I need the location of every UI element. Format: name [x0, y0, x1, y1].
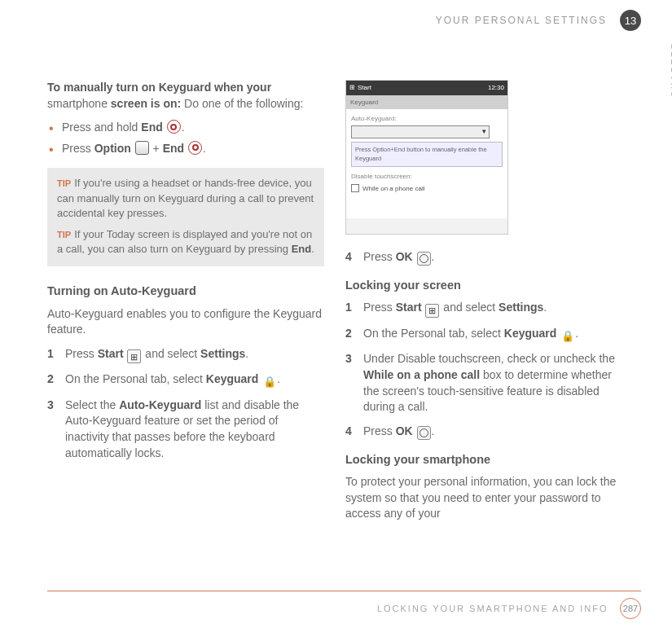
l2c: . — [575, 327, 578, 340]
start-flag-icon: ⊞ — [127, 349, 141, 363]
s1d: Settings — [200, 347, 245, 360]
tip-2a: If your Today screen is displayed and yo… — [57, 228, 312, 255]
s2b: Keyguard — [206, 372, 259, 385]
page-header: YOUR PERSONAL SETTINGS 13 — [47, 15, 641, 39]
page-number: 287 — [620, 598, 641, 619]
s4b: OK — [396, 250, 413, 263]
s1e: . — [245, 347, 248, 360]
lock-icon: 🔒 — [560, 329, 574, 343]
subhead-auto-keyguard: Turning on Auto-Keyguard — [47, 283, 324, 299]
b1-a: Press and hold — [62, 121, 141, 134]
tip-1-text: If you're using a headset or hands-free … — [57, 177, 314, 218]
right-column: ⊞Start 12:30 Keyguard Auto-Keyguard: Pre… — [345, 80, 622, 530]
lstep-3: 3 Under Disable touchscreen, check or un… — [345, 351, 622, 415]
keyguard-screenshot: ⊞Start 12:30 Keyguard Auto-Keyguard: Pre… — [345, 80, 508, 235]
s2a: On the Personal tab, select — [65, 372, 206, 385]
intro-text-1: smartphone — [47, 97, 111, 110]
subhead-locking-screen: Locking your screen — [345, 277, 622, 293]
locking-smartphone-desc: To protect your personal information, yo… — [345, 474, 622, 522]
intro-paragraph: To manually turn on Keyguard when your s… — [47, 80, 324, 112]
shot-autokg-dropdown — [351, 125, 490, 138]
start-flag-icon: ⊞ — [425, 304, 439, 318]
l3b: While on a phone call — [363, 368, 480, 381]
shot-time: 12:30 — [488, 83, 504, 92]
shot-autokg-label: Auto-Keyguard: — [351, 114, 503, 123]
s1a: Press — [65, 347, 98, 360]
steps-auto-keyguard: 1 Press Start ⊞ and select Settings. 2 O… — [47, 346, 324, 461]
b2-b: Option — [94, 142, 131, 155]
b1-c: . — [182, 121, 185, 134]
s2c: . — [277, 372, 280, 385]
steps-locking-screen: 1 Press Start ⊞ and select Settings. 2 O… — [345, 300, 622, 439]
l1e: . — [543, 301, 547, 314]
b2-a: Press — [62, 142, 94, 155]
lstep-1: 1 Press Start ⊞ and select Settings. — [345, 300, 622, 318]
shot-start: ⊞Start — [349, 83, 371, 92]
l3a: Under Disable touchscreen, check or unch… — [363, 352, 615, 365]
bullet-item-2: Press Option + End . — [47, 141, 324, 157]
l1c: and select — [440, 301, 499, 314]
shot-body: Auto-Keyguard: Press Option+End button t… — [346, 109, 507, 218]
b2-d: End — [163, 142, 184, 155]
lstep-2: 2 On the Personal tab, select Keyguard 🔒… — [345, 326, 622, 344]
shot-hint: Press Option+End button to manually enab… — [351, 142, 503, 167]
shot-checkbox — [351, 184, 359, 192]
s3b: Auto-Keyguard — [119, 398, 201, 411]
chapter-number-badge: 13 — [620, 10, 641, 31]
s1b: Start — [98, 347, 124, 360]
step-1: 1 Press Start ⊞ and select Settings. — [47, 346, 324, 364]
b2-c: + — [150, 142, 163, 155]
intro-text-2: Do one of the following: — [181, 97, 303, 110]
intro-bold-2: screen is on: — [111, 97, 181, 110]
shot-statusbar: ⊞Start 12:30 — [346, 81, 507, 95]
content-columns: To manually turn on Keyguard when your s… — [47, 80, 641, 530]
ok-icon — [417, 426, 431, 440]
shot-title: Keyguard — [346, 95, 507, 109]
shot-checkbox-row: While on a phone call — [351, 184, 503, 193]
l2b: Keyguard — [504, 327, 557, 340]
l1a: Press — [363, 301, 396, 314]
left-column: To manually turn on Keyguard when your s… — [47, 80, 324, 530]
b1-b: End — [141, 121, 162, 134]
tip-label-2: TIP — [57, 230, 71, 239]
s3a: Select the — [65, 398, 119, 411]
step-4: 4 Press OK . — [345, 249, 622, 266]
intro-bold-1: To manually turn on Keyguard when your — [47, 81, 271, 94]
bullet-item-1: Press and hold End . — [47, 120, 324, 136]
tip-2c: . — [311, 243, 314, 255]
tip-1: TIPIf you're using a headset or hands-fr… — [57, 176, 314, 221]
tip-label-1: TIP — [57, 178, 71, 188]
l1d: Settings — [499, 301, 543, 314]
s4c: . — [432, 250, 435, 263]
step-3: 3 Select the Auto-Keyguard list and disa… — [47, 398, 324, 461]
l1b: Start — [396, 301, 422, 314]
option-key-icon — [135, 141, 149, 155]
bullet-list: Press and hold End . Press Option + End … — [47, 120, 324, 156]
shot-checkbox-label: While on a phone call — [362, 184, 425, 193]
shot-disable-label: Disable touchscreen: — [351, 172, 503, 181]
l4c: . — [432, 424, 435, 437]
end-key-icon — [167, 120, 181, 134]
tip-2: TIPIf your Today screen is displayed and… — [57, 227, 314, 257]
steps-continued: 4 Press OK . — [345, 249, 622, 266]
tip-box: TIPIf you're using a headset or hands-fr… — [47, 168, 324, 266]
l4a: Press — [363, 424, 396, 437]
footer-text: LOCKING YOUR SMARTPHONE AND INFO — [377, 604, 608, 613]
lock-icon: 🔒 — [262, 376, 276, 389]
subhead-locking-smartphone: Locking your smartphone — [345, 451, 622, 468]
auto-keyguard-desc: Auto-Keyguard enables you to configure t… — [47, 306, 324, 338]
lstep-4: 4 Press OK . — [345, 424, 622, 440]
l2a: On the Personal tab, select — [363, 327, 504, 340]
s4a: Press — [363, 250, 396, 263]
section-title: YOUR PERSONAL SETTINGS — [436, 15, 607, 26]
page-footer: LOCKING YOUR SMARTPHONE AND INFO 287 — [47, 591, 641, 619]
end-key-icon — [188, 141, 202, 155]
s1c: and select — [142, 347, 200, 360]
ok-icon — [417, 252, 431, 266]
tip-2b: End — [292, 243, 312, 255]
step-2: 2 On the Personal tab, select Keyguard 🔒… — [47, 371, 324, 389]
l4b: OK — [396, 424, 413, 437]
b2-e: . — [203, 142, 206, 155]
